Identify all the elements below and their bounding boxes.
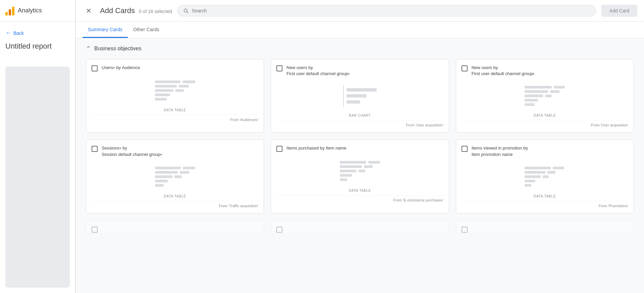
card-source: From 'Traffic acquisition' bbox=[92, 201, 258, 208]
card-header: New users byFirst user default channel g… bbox=[462, 65, 628, 77]
cards-grid-row1: Users▾ by Audience DATA TABLE From 'Audi… bbox=[86, 59, 634, 133]
card-checkbox[interactable] bbox=[462, 227, 468, 233]
tab-summary-cards[interactable]: Summary Cards bbox=[83, 21, 128, 38]
card-new-users-data-table[interactable]: New users byFirst user default channel g… bbox=[456, 59, 634, 133]
card-type-label: DATA TABLE bbox=[92, 194, 258, 198]
card-items-purchased[interactable]: Items purchased by Item name DATA TABLE … bbox=[271, 139, 449, 213]
card-preview-table bbox=[462, 81, 628, 111]
card-header: Sessions▾ bySession default channel grou… bbox=[92, 145, 258, 157]
card-header: Users▾ by Audience bbox=[92, 65, 258, 71]
card-title: New users byFirst user default channel g… bbox=[286, 65, 350, 77]
card-preview-bar bbox=[276, 81, 443, 111]
card-source: From 'User acquisition' bbox=[276, 120, 443, 127]
card-source: From 'Promotions' bbox=[462, 201, 628, 208]
svg-line-1 bbox=[187, 12, 188, 13]
card-title: New users byFirst user default channel g… bbox=[472, 65, 535, 77]
panel-title: Add Cards bbox=[100, 6, 135, 15]
search-icon bbox=[183, 8, 189, 13]
card-title: Items viewed in promotion byItem promoti… bbox=[472, 145, 528, 157]
search-box[interactable] bbox=[177, 5, 596, 16]
report-title: Untitled report bbox=[0, 39, 75, 56]
card-header: New users byFirst user default channel g… bbox=[276, 65, 443, 77]
panel-title-group: Add Cards 0 of 16 selected bbox=[100, 6, 172, 15]
main-panel: ✕ Add Cards 0 of 16 selected Add Card Su… bbox=[75, 0, 644, 293]
card-type-label: DATA TABLE bbox=[462, 194, 628, 198]
cards-grid-row2: Sessions▾ bySession default channel grou… bbox=[86, 139, 634, 213]
card-source: From 'User acquisition' bbox=[462, 120, 628, 127]
search-input[interactable] bbox=[192, 8, 590, 13]
sidebar: Analytics ← Back Untitled report bbox=[0, 0, 75, 293]
card-type-label: DATA TABLE bbox=[462, 114, 628, 117]
card-checkbox[interactable] bbox=[276, 65, 282, 71]
card-type-label: BAR CHART bbox=[276, 114, 443, 117]
section-header: ⌃ Business objectives bbox=[86, 45, 634, 52]
tab-other-cards[interactable]: Other Cards bbox=[128, 21, 165, 38]
tabs-bar: Summary Cards Other Cards bbox=[76, 21, 644, 38]
card-type-label: DATA TABLE bbox=[276, 189, 443, 192]
back-arrow-icon: ← bbox=[5, 30, 11, 37]
top-bar: ✕ Add Cards 0 of 16 selected Add Card bbox=[76, 0, 644, 21]
card-preview-table bbox=[92, 75, 258, 106]
card-checkbox[interactable] bbox=[462, 65, 468, 71]
card-new-users-bar-chart[interactable]: New users byFirst user default channel g… bbox=[271, 59, 449, 133]
sidebar-header: Analytics bbox=[0, 0, 75, 21]
section-title: Business objectives bbox=[94, 46, 142, 52]
sidebar-nav: ← Back Untitled report bbox=[0, 21, 75, 61]
card-items-viewed-promotion[interactable]: Items viewed in promotion byItem promoti… bbox=[456, 139, 634, 213]
selected-count: 0 of 16 selected bbox=[139, 9, 172, 14]
back-label: Back bbox=[13, 31, 24, 36]
card-source: From 'E-commerce purchases' bbox=[276, 195, 443, 202]
card-checkbox[interactable] bbox=[92, 146, 98, 152]
card-type-label: DATA TABLE bbox=[92, 108, 258, 112]
card-preview-table bbox=[276, 156, 443, 186]
sidebar-preview-area bbox=[5, 67, 70, 288]
cards-grid-row3 bbox=[86, 220, 634, 234]
back-button[interactable]: ← Back bbox=[0, 27, 75, 39]
analytics-logo: Analytics bbox=[5, 6, 42, 15]
card-preview-table bbox=[462, 162, 628, 192]
card-title: Sessions▾ bySession default channel grou… bbox=[102, 145, 162, 157]
add-card-button[interactable]: Add Card bbox=[601, 5, 637, 17]
card-header: Items viewed in promotion byItem promoti… bbox=[462, 145, 628, 157]
card-sessions-by-channel[interactable]: Sessions▾ bySession default channel grou… bbox=[86, 139, 264, 213]
card-header bbox=[276, 226, 443, 233]
card-checkbox[interactable] bbox=[92, 65, 98, 71]
app-name: Analytics bbox=[18, 7, 42, 14]
card-header bbox=[92, 226, 258, 233]
card-preview-table bbox=[92, 162, 258, 192]
section-collapse-icon[interactable]: ⌃ bbox=[86, 45, 91, 52]
card-partial-3[interactable] bbox=[456, 220, 634, 234]
card-checkbox[interactable] bbox=[92, 227, 98, 233]
logo-icon bbox=[5, 6, 14, 15]
card-partial-2[interactable] bbox=[271, 220, 449, 234]
card-checkbox[interactable] bbox=[462, 146, 468, 152]
content-area: ⌃ Business objectives Users▾ by Audience bbox=[76, 38, 644, 293]
card-source: From 'Audiences' bbox=[92, 115, 258, 122]
close-button[interactable]: ✕ bbox=[83, 5, 95, 17]
card-title: Users▾ by Audience bbox=[102, 65, 140, 71]
card-header: Items purchased by Item name bbox=[276, 145, 443, 152]
card-checkbox[interactable] bbox=[276, 146, 282, 152]
card-title: Items purchased by Item name bbox=[286, 145, 346, 151]
card-header bbox=[462, 226, 628, 233]
svg-point-0 bbox=[184, 9, 187, 12]
card-users-by-audience[interactable]: Users▾ by Audience DATA TABLE From 'Audi… bbox=[86, 59, 264, 133]
card-checkbox[interactable] bbox=[276, 227, 282, 233]
card-partial-1[interactable] bbox=[86, 220, 264, 234]
